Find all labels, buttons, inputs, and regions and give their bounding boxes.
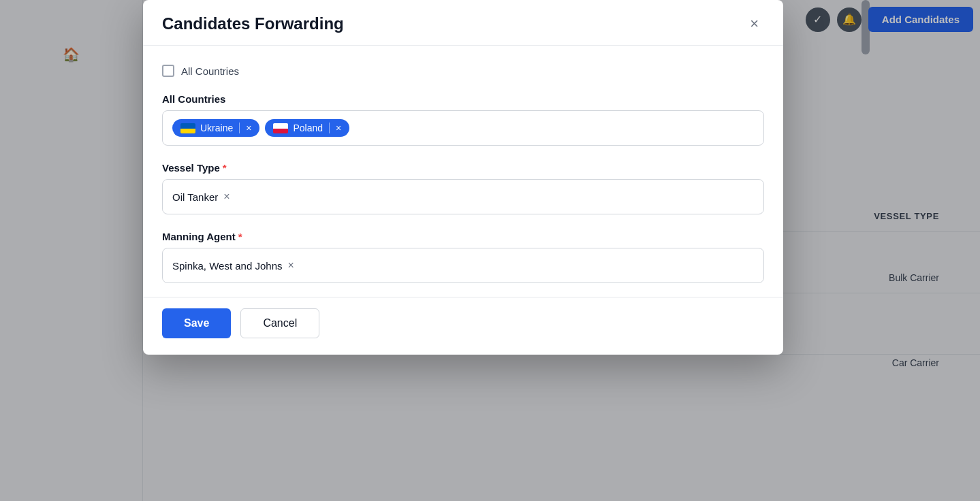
tag-divider-ukraine — [239, 123, 240, 133]
manning-agent-input-box[interactable]: Spinka, West and Johns × — [162, 248, 764, 283]
vessel-type-value: Oil Tanker × — [172, 191, 230, 203]
vessel-type-input-box[interactable]: Oil Tanker × — [162, 179, 764, 214]
modal-body: All Countries All Countries Ukraine × Po… — [143, 46, 783, 297]
poland-flag — [273, 123, 288, 133]
ukraine-tag: Ukraine × — [172, 119, 259, 137]
all-countries-checkbox-label: All Countries — [181, 65, 239, 77]
manning-agent-value-text: Spinka, West and Johns — [172, 260, 282, 272]
manning-agent-field-group: Manning Agent* Spinka, West and Johns × — [162, 231, 764, 283]
tag-divider-poland — [329, 123, 330, 133]
poland-remove-button[interactable]: × — [336, 123, 341, 133]
modal-title: Candidates Forwarding — [162, 14, 344, 33]
manning-agent-label: Manning Agent* — [162, 231, 764, 242]
countries-field-group: All Countries Ukraine × Poland × — [162, 93, 764, 146]
poland-tag: Poland × — [265, 119, 349, 137]
manning-agent-remove-button[interactable]: × — [287, 260, 294, 271]
modal-close-button[interactable]: × — [744, 14, 764, 34]
cancel-button[interactable]: Cancel — [240, 308, 319, 338]
modal-header: Candidates Forwarding × — [143, 0, 783, 46]
ukraine-flag — [180, 123, 195, 133]
all-countries-checkbox-row: All Countries — [162, 65, 764, 77]
manning-agent-value: Spinka, West and Johns × — [172, 260, 294, 272]
countries-input-box[interactable]: Ukraine × Poland × — [162, 110, 764, 146]
ukraine-remove-button[interactable]: × — [246, 123, 251, 133]
vessel-type-value-text: Oil Tanker — [172, 191, 218, 203]
countries-label: All Countries — [162, 93, 764, 105]
poland-label: Poland — [293, 123, 323, 133]
vessel-type-label: Vessel Type* — [162, 162, 764, 174]
modal-footer: Save Cancel — [143, 297, 783, 355]
vessel-type-remove-button[interactable]: × — [223, 191, 230, 202]
all-countries-checkbox[interactable] — [162, 65, 174, 77]
ukraine-label: Ukraine — [200, 123, 233, 133]
vessel-type-field-group: Vessel Type* Oil Tanker × — [162, 162, 764, 214]
candidates-forwarding-modal: Candidates Forwarding × All Countries Al… — [143, 0, 783, 355]
manning-agent-required: * — [238, 231, 242, 242]
save-button[interactable]: Save — [162, 308, 231, 338]
vessel-type-required: * — [223, 162, 227, 174]
